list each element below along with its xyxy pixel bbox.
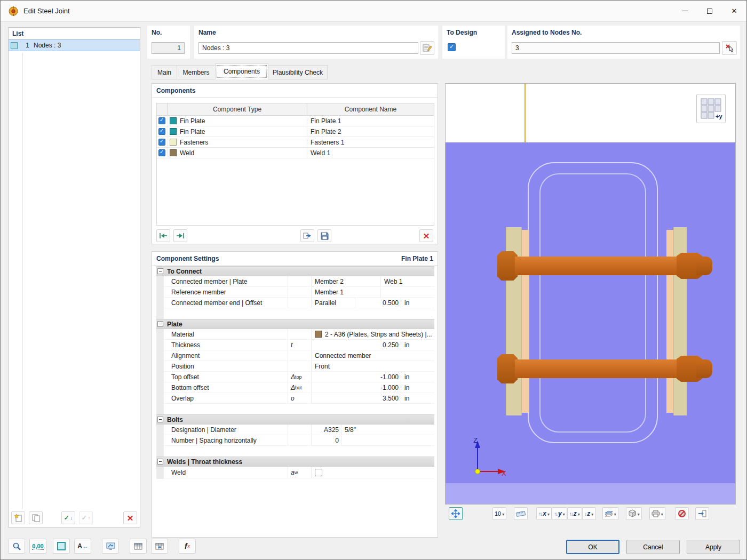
setting-value-2[interactable]	[380, 287, 434, 297]
setting-row-bottom-offset[interactable]: Bottom offset Δbot -1.000 in	[164, 382, 434, 393]
component-checkbox[interactable]	[158, 149, 165, 156]
setting-row-thickness[interactable]: Thickness t 0.250 in	[164, 340, 434, 350]
setting-value-2[interactable]: 5/8"	[341, 425, 434, 435]
joint-number-field[interactable]: 1	[152, 42, 185, 54]
tab-plausibility-check[interactable]: Plausibility Check	[268, 65, 328, 79]
arrow-into-right-icon	[176, 233, 185, 239]
fit-view-button[interactable]	[449, 507, 463, 520]
save-component-button[interactable]	[317, 229, 331, 242]
3d-viewport[interactable]: +y Z X	[445, 83, 736, 505]
section-plate[interactable]: Plate	[156, 319, 434, 329]
flip-x-view-button[interactable]: ↑↓x	[536, 507, 552, 520]
setting-row-alignment[interactable]: Alignment Connected member	[164, 350, 434, 361]
print-dropdown[interactable]	[649, 507, 665, 520]
collapse-icon[interactable]	[157, 268, 163, 274]
component-row-fasteners-1[interactable]: Fasteners Fasteners 1	[157, 137, 434, 148]
decimal-places-button[interactable]: 0,00	[29, 539, 46, 554]
component-row-fin-plate-1[interactable]: Fin Plate Fin Plate 1	[157, 116, 434, 126]
reverse-z-view-button[interactable]: ↓z	[582, 507, 596, 520]
tab-main[interactable]: Main	[152, 65, 177, 79]
component-row-weld-1[interactable]: Weld Weld 1	[157, 148, 434, 158]
annotation-font-button[interactable]: A↔	[74, 539, 91, 554]
component-checkbox[interactable]	[158, 139, 165, 146]
color-swatch-button[interactable]	[53, 539, 70, 554]
collapse-icon[interactable]	[157, 417, 163, 422]
view-3d-button[interactable]	[102, 539, 119, 554]
setting-value[interactable]: Member 1	[311, 287, 380, 297]
flip-z-view-button[interactable]: ↑↓z	[567, 507, 582, 520]
section-to-connect[interactable]: To Connect	[156, 266, 434, 276]
title-bar[interactable]: Edit Steel Joint	[1, 1, 746, 22]
setting-row-weld[interactable]: Weld aw	[164, 467, 434, 478]
setting-row-designation-diameter[interactable]: Designation | Diameter A325 5/8"	[164, 425, 434, 435]
deselect-all-button[interactable]: ✓↑	[79, 511, 93, 524]
new-joint-button[interactable]	[11, 511, 25, 524]
weld-checkbox[interactable]	[315, 469, 322, 476]
measure-button[interactable]	[514, 507, 528, 520]
ok-button[interactable]: OK	[566, 540, 619, 554]
move-component-down-button[interactable]	[173, 229, 187, 242]
setting-value-2[interactable]: Web 1	[380, 276, 434, 286]
setting-row-top-offset[interactable]: Top offset Δtop -1.000 in	[164, 372, 434, 382]
setting-row-overlap[interactable]: Overlap o 3.500 in	[164, 393, 434, 404]
remove-clipping-button[interactable]	[675, 507, 689, 520]
assigned-nodes-input[interactable]: 3	[512, 42, 720, 54]
delete-component-button[interactable]: ✕	[419, 229, 433, 242]
formula-button[interactable]: fx	[179, 539, 196, 554]
setting-value[interactable]: Front	[311, 361, 434, 371]
delete-joint-button[interactable]: ✕	[123, 511, 137, 524]
component-checkbox[interactable]	[158, 117, 165, 124]
setting-value[interactable]: Member 2	[311, 276, 380, 286]
export-view-button[interactable]	[695, 507, 709, 520]
table-export-button[interactable]	[151, 539, 168, 554]
setting-value[interactable]: Connected member	[311, 350, 434, 361]
section-bolts[interactable]: Bolts	[156, 414, 434, 425]
collapse-icon[interactable]	[157, 459, 163, 465]
setting-row-position[interactable]: Position Front	[164, 361, 434, 372]
edit-name-button[interactable]	[420, 41, 434, 55]
import-component-button[interactable]	[300, 229, 314, 242]
maximize-button[interactable]	[697, 1, 722, 21]
joint-name-input[interactable]: Nodes : 3	[198, 42, 418, 54]
setting-number[interactable]: 0.500	[355, 298, 401, 308]
display-layers-dropdown[interactable]	[602, 507, 618, 520]
to-design-checkbox[interactable]	[448, 43, 456, 51]
list-item-nodes-3[interactable]: 1 Nodes : 3	[9, 39, 140, 51]
decimal-precision-dropdown[interactable]: 10	[492, 507, 506, 520]
setting-row-material[interactable]: Material 2 - A36 (Plates, Strips and She…	[164, 329, 434, 340]
setting-row-number-spacing[interactable]: Number | Spacing horizontally 0	[164, 435, 434, 446]
apply-button[interactable]: Apply	[687, 540, 740, 554]
setting-number[interactable]: 3.500	[311, 393, 401, 403]
close-button[interactable]	[722, 1, 746, 21]
pick-nodes-button[interactable]	[722, 41, 737, 55]
setting-number[interactable]: 0.250	[311, 340, 401, 350]
flip-y-view-button[interactable]: ↑↓y	[552, 507, 567, 520]
component-checkbox[interactable]	[158, 128, 165, 135]
setting-row-member-end-offset[interactable]: Connected member end | Offset Parallel 0…	[164, 298, 434, 308]
tab-members[interactable]: Members	[177, 65, 216, 79]
weld-checkbox-cell	[311, 467, 434, 478]
setting-value[interactable]: 2 - A36 (Plates, Strips and Sheets) |...	[311, 329, 434, 339]
setting-label: Thickness	[164, 341, 288, 349]
find-node-button[interactable]	[8, 539, 25, 554]
minimize-button[interactable]	[673, 1, 697, 21]
collapse-icon[interactable]	[157, 321, 163, 327]
cancel-button[interactable]: Cancel	[626, 540, 680, 554]
table-layout-button[interactable]	[130, 539, 147, 554]
setting-value[interactable]: Parallel	[311, 298, 355, 308]
layers-icon	[605, 510, 613, 517]
setting-row-reference-member[interactable]: Reference member Member 1	[164, 287, 434, 298]
setting-row-connected-member-plate[interactable]: Connected member | Plate Member 2 Web 1	[164, 276, 434, 287]
select-all-button[interactable]: ✓↓	[61, 511, 75, 524]
view-orientation-widget[interactable]: +y	[696, 94, 726, 123]
view-cube-dropdown[interactable]	[626, 507, 642, 520]
section-welds[interactable]: Welds | Throat thickness	[156, 457, 434, 467]
setting-value[interactable]: 0	[311, 435, 341, 445]
component-row-fin-plate-2[interactable]: Fin Plate Fin Plate 2	[157, 126, 434, 137]
move-component-up-button[interactable]	[156, 229, 170, 242]
setting-number[interactable]: -1.000	[311, 382, 401, 393]
setting-value[interactable]: A325	[311, 425, 341, 435]
setting-number[interactable]: -1.000	[311, 372, 401, 382]
tab-components[interactable]: Components	[215, 63, 268, 79]
copy-joint-button[interactable]	[29, 511, 43, 524]
